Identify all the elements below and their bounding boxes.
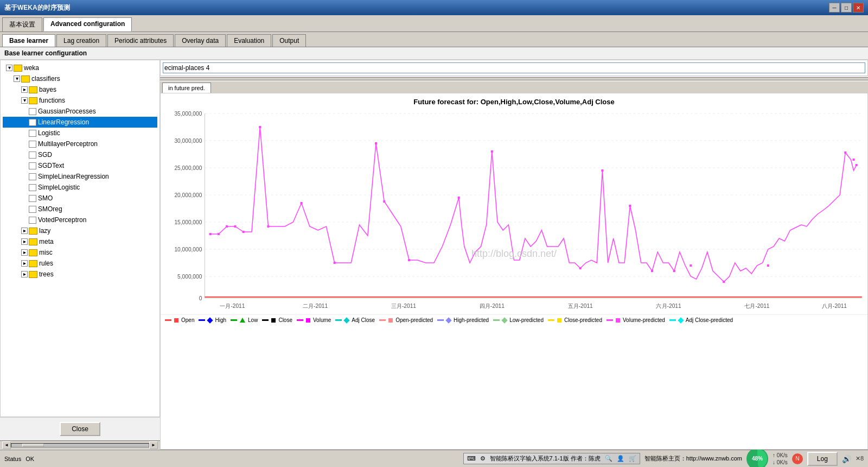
legend-color-volume	[297, 319, 303, 321]
tree-label-logistic: Logistic	[38, 129, 60, 137]
legend-label-high: High	[215, 317, 226, 323]
legend-marker-volume-predicted	[616, 318, 620, 323]
tree-node-smoreg[interactable]: SMOreg	[3, 204, 157, 214]
toggle-functions[interactable]: ▾	[21, 97, 28, 104]
tab-lag-creation[interactable]: Lag creation	[56, 34, 106, 47]
tree-node-sgd[interactable]: SGD	[3, 149, 157, 160]
tree-node-sgdtext[interactable]: SGDText	[3, 160, 157, 171]
minimize-button[interactable]: ─	[829, 3, 840, 12]
scrollbar-thumb[interactable]	[22, 444, 44, 447]
folder-icon-weka	[14, 65, 22, 72]
status-bar: Status OK ⌨ ⚙ 智能陈桥汉字输入系统7.1-1版 作者：陈虎 🔍 👤…	[0, 450, 868, 467]
tree-node-logistic[interactable]: Logistic	[3, 128, 157, 138]
legend-color-adjclose	[335, 319, 342, 321]
toggle-rules[interactable]: ▸	[21, 260, 28, 267]
tree-node-classifiers[interactable]: ▾ classifiers	[3, 73, 157, 84]
legend-close-predicted: Close-predicted	[548, 317, 602, 323]
file-icon-votedperceptron	[29, 217, 36, 224]
tab-advanced-config[interactable]: Advanced configuration	[43, 17, 132, 31]
tree-node-functions[interactable]: ▾ functions	[3, 95, 157, 106]
legend-marker-low-predicted	[501, 317, 507, 323]
tab-overlay-data[interactable]: Overlay data	[175, 34, 226, 47]
tree-node-gaussianprocesses[interactable]: GaussianProcesses	[3, 106, 157, 117]
legend-label-low-predicted: Low-predicted	[509, 317, 544, 323]
toggle-weka[interactable]: ▾	[6, 65, 12, 71]
chart-tab-row: in future pred.	[160, 81, 868, 93]
svg-rect-48	[844, 152, 846, 154]
svg-rect-27	[218, 233, 220, 235]
config-input[interactable]	[163, 62, 865, 73]
legend-marker-adjclose	[344, 317, 350, 323]
tree-node-weka[interactable]: ▾ weka	[3, 62, 157, 73]
chart-svg: 35,000,000 30,000,000 25,000,000 20,000,…	[161, 108, 867, 314]
tree-node-simplelogistic[interactable]: SimpleLogistic	[3, 182, 157, 193]
tree-node-bayes[interactable]: ▸ bayes	[3, 84, 157, 95]
chart-tab-future-pred[interactable]: in future pred.	[162, 83, 211, 93]
tree-node-misc[interactable]: ▸ misc	[3, 247, 157, 258]
tree-node-rules[interactable]: ▸ rules	[3, 258, 157, 269]
legend-close: Close	[262, 317, 292, 323]
tree-panel[interactable]: ▾ weka ▾ classifiers	[0, 60, 160, 417]
file-icon-logistic	[29, 130, 36, 137]
tree-node-lazy[interactable]: ▸ lazy	[3, 225, 157, 236]
folder-icon-classifiers	[21, 75, 30, 83]
maximize-button[interactable]: □	[841, 3, 852, 12]
svg-text:20,000,000: 20,000,000	[174, 192, 202, 198]
toggle-misc[interactable]: ▸	[21, 249, 28, 256]
tree-node-multilayerperceptron[interactable]: MultilayerPerceptron	[3, 138, 157, 149]
legend-color-volume-predicted	[607, 319, 613, 321]
tree-node-simplelinearregression[interactable]: SimpleLinearRegression	[3, 171, 157, 182]
ime-icon-search: 🔍	[605, 455, 612, 462]
tree-label-smoreg: SMOreg	[38, 205, 62, 213]
tree-node-trees[interactable]: ▸ trees	[3, 269, 157, 280]
ime-icon-intellisense: ⌨	[467, 455, 476, 462]
tab-base-learner[interactable]: Base learner	[2, 34, 55, 47]
window-close-button[interactable]: ✕	[853, 3, 864, 12]
volume-icon[interactable]: 🔊	[842, 455, 851, 463]
legend-marker-close	[271, 318, 276, 323]
network-icon: N	[792, 453, 803, 464]
scroll-left-arrow[interactable]: ◄	[2, 441, 11, 449]
tree-label-multilayerperceptron: MultilayerPerceptron	[38, 140, 98, 148]
tree-label-sgdtext: SGDText	[38, 162, 64, 169]
tree-label-linearregression: LinearRegression	[38, 118, 89, 126]
tab-basic-settings[interactable]: 基本设置	[2, 17, 42, 31]
tab-periodic-attributes[interactable]: Periodic attributes	[107, 34, 174, 47]
ime-icon-settings: ⚙	[480, 455, 486, 462]
tree-node-linearregression[interactable]: LinearRegression	[3, 117, 157, 128]
tree-scrollbar[interactable]: ◄ ►	[0, 440, 160, 449]
toggle-classifiers[interactable]: ▾	[14, 75, 20, 82]
window-title: 基于WEKA的时序预测	[4, 3, 70, 12]
legend-marker-high	[207, 317, 213, 323]
tree-label-simplelogistic: SimpleLogistic	[38, 184, 80, 191]
tree-node-votedperceptron[interactable]: VotedPerceptron	[3, 214, 157, 225]
toggle-lazy[interactable]: ▸	[21, 228, 28, 234]
scroll-right-arrow[interactable]: ►	[149, 441, 158, 449]
status-left: Status OK	[4, 456, 34, 462]
legend-label-open-predicted: Open-predicted	[395, 317, 433, 323]
legend-label-close: Close	[278, 317, 292, 323]
svg-text:一月-2011: 一月-2011	[220, 303, 245, 309]
close-button[interactable]: Close	[60, 422, 100, 436]
tree-node-smo[interactable]: SMO	[3, 193, 157, 204]
toggle-trees[interactable]: ▸	[21, 271, 28, 277]
tree-node-meta[interactable]: ▸ meta	[3, 236, 157, 247]
tab-output[interactable]: Output	[272, 34, 306, 47]
toggle-meta[interactable]: ▸	[21, 238, 28, 245]
top-tab-bar: 基本设置 Advanced configuration	[0, 15, 868, 32]
progress-circle: 48%	[746, 448, 768, 468]
svg-rect-37	[408, 259, 410, 261]
toggle-bayes[interactable]: ▸	[21, 86, 28, 93]
svg-text:八月-2011: 八月-2011	[822, 303, 847, 309]
scrollbar-track[interactable]	[11, 443, 149, 447]
legend-color-low	[231, 319, 237, 321]
legend-marker-low	[240, 318, 245, 323]
status-right: ⌨ ⚙ 智能陈桥汉字输入系统7.1-1版 作者：陈虎 🔍 👤 🛒 智能陈桥主页：…	[463, 448, 864, 468]
log-button[interactable]: Log	[807, 452, 838, 466]
y-axis: 35,000,000 30,000,000 25,000,000 20,000,…	[174, 111, 861, 301]
svg-rect-42	[629, 205, 631, 207]
svg-rect-33	[301, 202, 303, 204]
legend-color-low-predicted	[493, 319, 500, 321]
svg-rect-34	[334, 262, 336, 264]
tab-evaluation[interactable]: Evaluation	[227, 34, 271, 47]
